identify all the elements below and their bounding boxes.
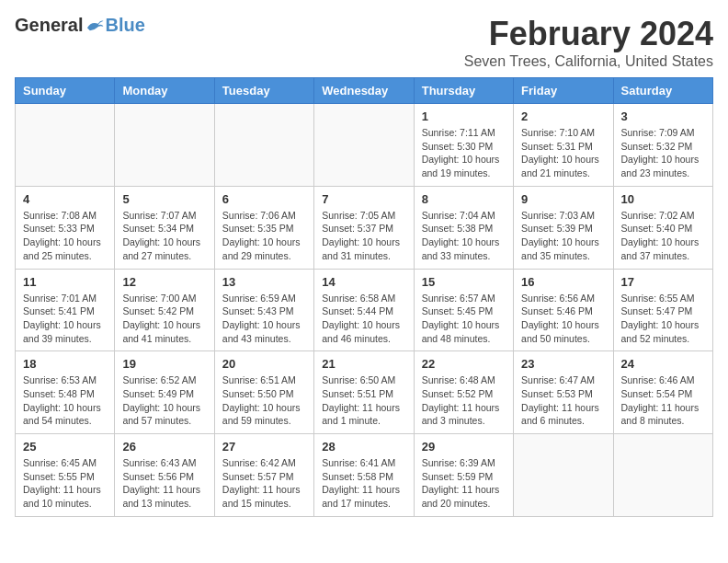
calendar-cell: 3Sunrise: 7:09 AMSunset: 5:32 PMDaylight… <box>613 104 712 187</box>
day-info: Sunrise: 6:46 AMSunset: 5:54 PMDaylight:… <box>621 373 705 428</box>
day-number: 3 <box>621 109 705 123</box>
calendar-week-4: 25Sunrise: 6:45 AMSunset: 5:55 PMDayligh… <box>16 434 713 517</box>
calendar-cell <box>16 104 115 187</box>
day-info: Sunrise: 7:00 AMSunset: 5:42 PMDaylight:… <box>122 292 206 346</box>
day-number: 28 <box>322 440 405 454</box>
day-number: 2 <box>521 109 605 123</box>
day-info: Sunrise: 6:53 AMSunset: 5:48 PMDaylight:… <box>23 373 107 428</box>
calendar-week-1: 4Sunrise: 7:08 AMSunset: 5:33 PMDaylight… <box>16 186 713 269</box>
day-info: Sunrise: 7:09 AMSunset: 5:32 PMDaylight:… <box>621 126 705 180</box>
day-number: 21 <box>322 357 405 371</box>
calendar-cell: 9Sunrise: 7:03 AMSunset: 5:39 PMDaylight… <box>514 186 613 269</box>
day-number: 15 <box>422 275 506 289</box>
day-info: Sunrise: 6:39 AMSunset: 5:59 PMDaylight:… <box>422 456 506 511</box>
calendar-header-monday: Monday <box>115 78 214 104</box>
day-info: Sunrise: 6:59 AMSunset: 5:43 PMDaylight:… <box>222 292 306 346</box>
calendar-cell: 6Sunrise: 7:06 AMSunset: 5:35 PMDaylight… <box>214 186 313 269</box>
day-number: 29 <box>422 440 506 454</box>
logo-bird-icon <box>85 17 105 34</box>
day-info: Sunrise: 7:01 AMSunset: 5:41 PMDaylight:… <box>23 292 107 346</box>
day-number: 22 <box>422 357 506 371</box>
calendar-cell: 12Sunrise: 7:00 AMSunset: 5:42 PMDayligh… <box>115 269 214 351</box>
day-info: Sunrise: 6:48 AMSunset: 5:52 PMDaylight:… <box>422 373 506 428</box>
calendar-header-row: SundayMondayTuesdayWednesdayThursdayFrid… <box>16 78 713 104</box>
day-number: 9 <box>521 192 605 206</box>
calendar-cell: 25Sunrise: 6:45 AMSunset: 5:55 PMDayligh… <box>16 434 115 517</box>
day-info: Sunrise: 6:56 AMSunset: 5:46 PMDaylight:… <box>521 292 605 346</box>
day-number: 14 <box>322 275 405 289</box>
calendar-cell: 14Sunrise: 6:58 AMSunset: 5:44 PMDayligh… <box>314 269 414 351</box>
calendar-cell: 7Sunrise: 7:05 AMSunset: 5:37 PMDaylight… <box>314 186 414 269</box>
day-info: Sunrise: 6:55 AMSunset: 5:47 PMDaylight:… <box>621 292 705 346</box>
calendar-cell: 1Sunrise: 7:11 AMSunset: 5:30 PMDaylight… <box>414 104 513 187</box>
day-info: Sunrise: 7:03 AMSunset: 5:39 PMDaylight:… <box>521 209 605 263</box>
calendar-cell: 15Sunrise: 6:57 AMSunset: 5:45 PMDayligh… <box>414 269 513 351</box>
day-number: 4 <box>23 192 107 206</box>
day-info: Sunrise: 6:43 AMSunset: 5:56 PMDaylight:… <box>122 456 206 511</box>
day-info: Sunrise: 7:05 AMSunset: 5:37 PMDaylight:… <box>322 209 405 263</box>
day-number: 11 <box>23 275 107 289</box>
day-number: 23 <box>521 357 605 371</box>
location-title: Seven Trees, California, United States <box>464 53 713 70</box>
calendar-cell: 23Sunrise: 6:47 AMSunset: 5:53 PMDayligh… <box>514 351 613 434</box>
day-number: 12 <box>122 275 206 289</box>
day-number: 1 <box>422 109 506 123</box>
calendar-cell <box>514 434 613 517</box>
logo-blue: Blue <box>105 15 144 36</box>
day-number: 20 <box>222 357 306 371</box>
day-info: Sunrise: 6:51 AMSunset: 5:50 PMDaylight:… <box>222 373 306 428</box>
day-info: Sunrise: 6:58 AMSunset: 5:44 PMDaylight:… <box>322 292 405 346</box>
day-number: 27 <box>222 440 306 454</box>
calendar-header-thursday: Thursday <box>414 78 513 104</box>
day-info: Sunrise: 6:50 AMSunset: 5:51 PMDaylight:… <box>322 373 405 428</box>
calendar-header-wednesday: Wednesday <box>314 78 414 104</box>
day-number: 18 <box>23 357 107 371</box>
calendar-cell: 20Sunrise: 6:51 AMSunset: 5:50 PMDayligh… <box>214 351 313 434</box>
calendar-header-tuesday: Tuesday <box>214 78 313 104</box>
month-title: February 2024 <box>464 15 713 53</box>
calendar-cell: 17Sunrise: 6:55 AMSunset: 5:47 PMDayligh… <box>613 269 712 351</box>
calendar-cell: 22Sunrise: 6:48 AMSunset: 5:52 PMDayligh… <box>414 351 513 434</box>
calendar-week-3: 18Sunrise: 6:53 AMSunset: 5:48 PMDayligh… <box>16 351 713 434</box>
day-info: Sunrise: 7:11 AMSunset: 5:30 PMDaylight:… <box>422 126 506 180</box>
day-info: Sunrise: 7:04 AMSunset: 5:38 PMDaylight:… <box>422 209 506 263</box>
day-number: 7 <box>322 192 405 206</box>
calendar-cell: 26Sunrise: 6:43 AMSunset: 5:56 PMDayligh… <box>115 434 214 517</box>
calendar-week-0: 1Sunrise: 7:11 AMSunset: 5:30 PMDaylight… <box>16 104 713 187</box>
day-number: 16 <box>521 275 605 289</box>
day-number: 19 <box>122 357 206 371</box>
day-info: Sunrise: 6:47 AMSunset: 5:53 PMDaylight:… <box>521 373 605 428</box>
day-number: 8 <box>422 192 506 206</box>
day-info: Sunrise: 6:57 AMSunset: 5:45 PMDaylight:… <box>422 292 506 346</box>
title-area: February 2024 Seven Trees, California, U… <box>464 15 713 70</box>
day-info: Sunrise: 6:52 AMSunset: 5:49 PMDaylight:… <box>122 373 206 428</box>
calendar-table: SundayMondayTuesdayWednesdayThursdayFrid… <box>15 77 713 517</box>
day-number: 25 <box>23 440 107 454</box>
calendar-cell: 2Sunrise: 7:10 AMSunset: 5:31 PMDaylight… <box>514 104 613 187</box>
calendar-cell: 29Sunrise: 6:39 AMSunset: 5:59 PMDayligh… <box>414 434 513 517</box>
calendar-cell <box>613 434 712 517</box>
day-info: Sunrise: 7:06 AMSunset: 5:35 PMDaylight:… <box>222 209 306 263</box>
day-info: Sunrise: 7:10 AMSunset: 5:31 PMDaylight:… <box>521 126 605 180</box>
day-number: 26 <box>122 440 206 454</box>
day-info: Sunrise: 7:08 AMSunset: 5:33 PMDaylight:… <box>23 209 107 263</box>
day-number: 17 <box>621 275 705 289</box>
calendar-cell: 11Sunrise: 7:01 AMSunset: 5:41 PMDayligh… <box>16 269 115 351</box>
calendar-cell <box>115 104 214 187</box>
calendar-cell: 5Sunrise: 7:07 AMSunset: 5:34 PMDaylight… <box>115 186 214 269</box>
day-number: 13 <box>222 275 306 289</box>
day-number: 5 <box>122 192 206 206</box>
day-info: Sunrise: 6:42 AMSunset: 5:57 PMDaylight:… <box>222 456 306 511</box>
calendar-cell: 10Sunrise: 7:02 AMSunset: 5:40 PMDayligh… <box>613 186 712 269</box>
day-number: 24 <box>621 357 705 371</box>
calendar-cell: 27Sunrise: 6:42 AMSunset: 5:57 PMDayligh… <box>214 434 313 517</box>
calendar-cell: 24Sunrise: 6:46 AMSunset: 5:54 PMDayligh… <box>613 351 712 434</box>
calendar-header-sunday: Sunday <box>16 78 115 104</box>
calendar-cell: 19Sunrise: 6:52 AMSunset: 5:49 PMDayligh… <box>115 351 214 434</box>
day-number: 6 <box>222 192 306 206</box>
calendar-cell: 21Sunrise: 6:50 AMSunset: 5:51 PMDayligh… <box>314 351 414 434</box>
day-info: Sunrise: 6:45 AMSunset: 5:55 PMDaylight:… <box>23 456 107 511</box>
day-info: Sunrise: 6:41 AMSunset: 5:58 PMDaylight:… <box>322 456 405 511</box>
calendar-cell: 4Sunrise: 7:08 AMSunset: 5:33 PMDaylight… <box>16 186 115 269</box>
page-header: General Blue February 2024 Seven Trees, … <box>15 15 713 70</box>
